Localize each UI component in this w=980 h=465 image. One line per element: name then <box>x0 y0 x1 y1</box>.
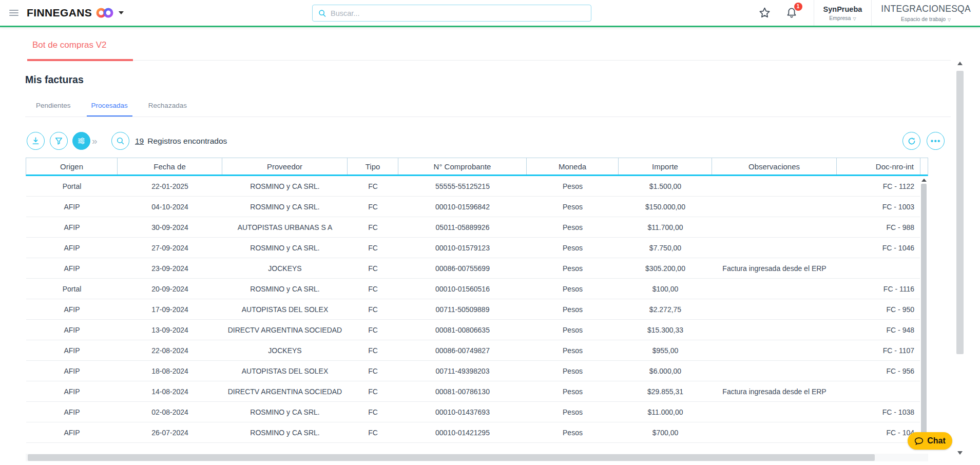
table-header-row: OrigenFecha deProveedorTipoN° Comprobant… <box>26 158 928 176</box>
table-cell <box>712 238 837 258</box>
table-cell: Factura ingresada desde el ERP <box>712 258 837 278</box>
chat-button[interactable]: Chat <box>908 432 952 450</box>
module-strip-divider <box>133 60 951 61</box>
tab-pendientes[interactable]: Pendientes <box>31 101 75 117</box>
table-cell: JOCKEYS <box>222 340 348 360</box>
hamburger-menu-icon[interactable] <box>9 10 18 16</box>
table-cell <box>712 217 837 237</box>
table-cell: AFIP <box>26 361 118 381</box>
table-row[interactable]: AFIP22-08-2024JOCKEYSFC00086-00749827Pes… <box>26 340 921 361</box>
tab-procesadas[interactable]: Procesadas <box>87 101 132 117</box>
table-row[interactable]: AFIP17-09-2024AUTOPISTAS DEL SOLEXFC0071… <box>26 299 921 320</box>
table-cell: 30-09-2024 <box>118 217 222 237</box>
table-cell: Factura ingresada desde el ERP <box>712 381 837 401</box>
table-row[interactable]: AFIP02-08-2024ROSMINO y CA SRL.FC00010-0… <box>26 402 921 422</box>
table-cell: 17-09-2024 <box>118 299 222 319</box>
table-row[interactable]: AFIP14-08-2024DIRECTV ARGENTINA SOCIEDAD… <box>26 381 921 402</box>
table-row[interactable]: AFIP04-10-2024ROSMINO y CA SRL.FC00010-0… <box>26 197 921 217</box>
page-scrollbar[interactable] <box>955 57 965 457</box>
table-cell: Pesos <box>527 299 619 319</box>
table-cell: DIRECTV ARGENTINA SOCIEDAD <box>222 320 348 340</box>
vertical-scroll-thumb[interactable] <box>921 184 927 445</box>
column-settings-button[interactable] <box>72 132 90 150</box>
table-cell: AFIP <box>26 320 118 340</box>
expand-toolbar-chevrons-icon[interactable] <box>92 135 98 147</box>
page-scroll-down-icon[interactable] <box>957 451 963 455</box>
table-cell: FC - 1122 <box>837 176 920 196</box>
tabs-divider <box>25 117 951 117</box>
table-vertical-scrollbar[interactable] <box>920 176 928 454</box>
download-button[interactable] <box>27 132 45 150</box>
table-cell: 20-09-2024 <box>118 279 222 299</box>
column-header[interactable]: Doc-nro-int <box>837 158 920 175</box>
workspace-selector[interactable]: INTEGRACIONESQA Espacio de trabajo <box>872 0 980 26</box>
more-options-button[interactable]: ••• <box>927 132 945 150</box>
page-scroll-thumb[interactable] <box>956 71 964 354</box>
table-cell: 00086-00749827 <box>398 340 527 360</box>
table-cell: FC <box>348 381 398 401</box>
table-cell: ROSMINO y CA SRL. <box>222 238 348 258</box>
search-icon <box>318 9 326 17</box>
table-row[interactable]: AFIP23-09-2024JOCKEYSFC00086-00755699Pes… <box>26 258 921 279</box>
column-header[interactable]: Fecha de <box>118 158 222 175</box>
table-cell: AUTOPISTAS DEL SOLEX <box>222 299 348 319</box>
table-cell: AFIP <box>26 238 118 258</box>
records-count[interactable]: 19 <box>135 137 144 145</box>
favorites-star-icon[interactable] <box>758 6 772 20</box>
table-search-icon <box>116 137 125 145</box>
table-row[interactable]: AFIP26-07-2024ROSMINO y CA SRL.FC00010-0… <box>26 422 921 443</box>
global-search[interactable] <box>312 5 591 22</box>
table-toolbar: 19Registros encontrados ••• <box>25 132 944 150</box>
horizontal-scroll-thumb[interactable] <box>28 454 875 461</box>
logo-dropdown-caret-icon[interactable] <box>119 11 124 14</box>
column-header[interactable]: Importe <box>619 158 712 175</box>
table-cell: AUTOPISTAS URBANAS S A <box>222 217 348 237</box>
table-cell: AUTOPISTAS DEL SOLEX <box>222 361 348 381</box>
table-cell: ROSMINO y CA SRL. <box>222 197 348 217</box>
column-header[interactable]: Tipo <box>348 158 398 175</box>
column-header[interactable]: Proveedor <box>222 158 348 175</box>
table-cell: FC - 948 <box>837 320 920 340</box>
app-logo[interactable]: FINNEGANS <box>27 7 124 19</box>
table-cell: ROSMINO y CA SRL. <box>222 402 348 422</box>
column-header[interactable]: N° Comprobante <box>398 158 527 175</box>
table-row[interactable]: AFIP30-09-2024AUTOPISTAS URBANAS S AFC05… <box>26 217 921 238</box>
table-cell: FC <box>348 279 398 299</box>
ellipsis-icon: ••• <box>931 139 941 144</box>
page-scroll-up-icon[interactable] <box>957 62 963 65</box>
search-input[interactable] <box>331 9 591 17</box>
refresh-button[interactable] <box>902 132 920 150</box>
table-cell: Pesos <box>527 422 619 442</box>
module-tab-bot-de-compras[interactable]: Bot de compras V2 <box>32 40 107 50</box>
sliders-icon <box>77 137 86 145</box>
column-header[interactable]: Moneda <box>527 158 619 175</box>
table-cell: FC <box>348 176 398 196</box>
filter-button[interactable] <box>50 132 68 150</box>
table-row[interactable]: AFIP13-09-2024DIRECTV ARGENTINA SOCIEDAD… <box>26 320 921 340</box>
table-row[interactable]: Portal22-01-2025ROSMINO y CA SRL.FC55555… <box>26 176 921 197</box>
table-cell: $15.300,33 <box>619 320 712 340</box>
column-header[interactable]: Origen <box>26 158 118 175</box>
header-right-cluster: 1 SynPrueba Empresa INTEGRACIONESQA Espa… <box>758 0 980 26</box>
company-selector[interactable]: SynPrueba Empresa <box>814 0 872 26</box>
scroll-up-arrow-icon[interactable] <box>921 179 927 182</box>
table-row[interactable]: Portal20-09-2024ROSMINO y CA SRL.FC00010… <box>26 279 921 299</box>
table-cell: Pesos <box>527 258 619 278</box>
table-cell: 18-08-2024 <box>118 361 222 381</box>
notification-badge: 1 <box>794 3 802 11</box>
table-row[interactable]: AFIP27-09-2024ROSMINO y CA SRL.FC00010-0… <box>26 238 921 258</box>
notifications-bell-icon[interactable]: 1 <box>785 6 798 20</box>
table-cell: $6.000,00 <box>619 361 712 381</box>
table-cell: Pesos <box>527 361 619 381</box>
table-cell: AFIP <box>26 217 118 237</box>
table-row[interactable]: AFIP18-08-2024AUTOPISTAS DEL SOLEXFC0071… <box>26 361 921 381</box>
table-cell: AFIP <box>26 258 118 278</box>
tab-rechazadas[interactable]: Rechazadas <box>144 101 191 117</box>
table-search-button[interactable] <box>111 132 129 150</box>
table-cell: FC <box>348 217 398 237</box>
infinity-logo-icon <box>95 7 114 19</box>
table-cell: Pesos <box>527 176 619 196</box>
table-horizontal-scrollbar[interactable] <box>26 454 928 461</box>
table-cell: FC - 1038 <box>837 402 920 422</box>
column-header[interactable]: Observaciones <box>712 158 837 175</box>
